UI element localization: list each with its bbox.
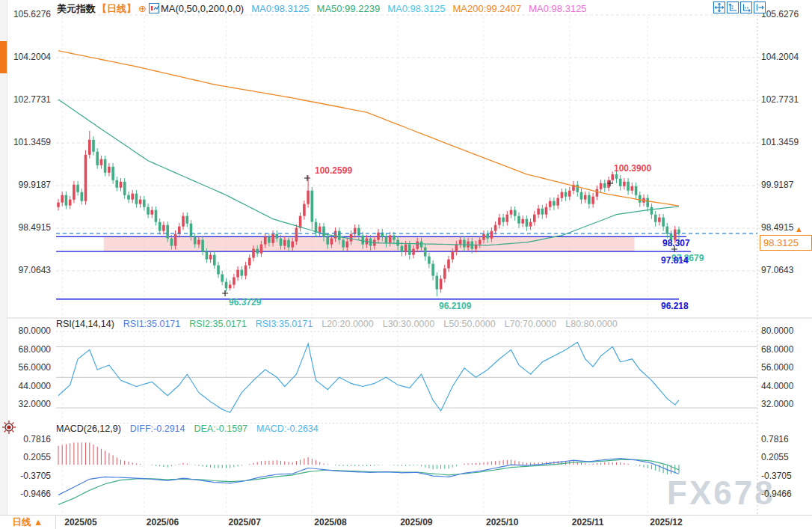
macd-header: MACD(26,12,9)DIFF:-0.2914DEA:-0.1597MACD… [56, 423, 319, 434]
ma-value-label: MA50:99.2239 [317, 3, 381, 14]
price-axis-label-right: 105.6276 [761, 9, 799, 19]
indicator-param-label: RSI1:35.0171 [123, 319, 180, 329]
date-label: 2025/07 [228, 517, 260, 528]
price-axis-label-left: 105.6276 [4, 9, 51, 19]
macd-axis-label-right: -0.9466 [761, 489, 792, 499]
timeframe-button[interactable]: 日线 ▲ [0, 516, 56, 529]
indicator-param-label: L30:30.0000 [383, 319, 435, 329]
chart-header: 美元指数【日线】⊕MA(0,50,0,200,0,0)MA0:98.3125MA… [57, 2, 587, 15]
price-axis-label-right: 104.2004 [761, 52, 799, 62]
indicator-param-label: L50:50.0000 [443, 319, 496, 329]
rsi-axis-label-left: 44.0000 [4, 381, 51, 391]
price-axis-label-right: 97.0643 [761, 265, 793, 275]
rsi-axis-label-right: 56.0000 [761, 362, 793, 373]
rsi-axis-label-right: 80.0000 [761, 325, 793, 336]
date-label: 2025/11 [572, 517, 604, 528]
rsi-axis-label-right: 68.0000 [761, 344, 793, 355]
indicator-param-label: DIFF:-0.2914 [130, 423, 185, 434]
price-annotation: 98.307 [662, 238, 690, 248]
move-icon[interactable] [713, 1, 725, 13]
price-axis-label-left: 98.4915 [4, 222, 51, 233]
price-annotation: 96.3729 [229, 297, 261, 308]
date-label: 2025/05 [64, 517, 96, 528]
rsi-axis-label-right: 32.0000 [761, 399, 793, 409]
ma-value-label: MA0:98.3125 [529, 3, 586, 14]
ma-value-label: MA200:99.2407 [452, 3, 521, 14]
price-annotation: 96.2109 [439, 301, 471, 311]
date-label: 2025/06 [147, 517, 179, 528]
macd-axis-label-left: 0.2055 [4, 452, 51, 462]
indicator-param-label: MACD(26,12,9) [56, 423, 121, 434]
ma-value-label: MA0:98.3125 [387, 3, 445, 14]
price-annotation: 100.3900 [614, 163, 651, 174]
rsi-axis-label-left: 56.0000 [4, 362, 51, 373]
price-axis-label-right: 99.9187 [761, 180, 793, 190]
add-compare-icon[interactable]: ⊕ [138, 3, 147, 14]
indicator-param-label: RSI2:35.0171 [189, 319, 246, 329]
macd-axis-label-right: 0.2055 [761, 452, 789, 462]
ma-settings-label[interactable]: MA(0,50,0,200,0,0) [161, 3, 244, 14]
price-axis-label-right: 101.3459 [761, 137, 799, 147]
rsi-axis-label-right: 44.0000 [761, 381, 793, 391]
chart-toolbar [712, 1, 766, 15]
macd-axis-label-right: 0.7816 [761, 434, 789, 444]
timeframe-label: 【日线】 [97, 3, 136, 14]
date-label: 2025/08 [314, 517, 346, 528]
rsi-axis-label-left: 80.0000 [4, 325, 51, 336]
indicator-param-label: DEA:-0.1597 [194, 423, 247, 434]
indicator-settings-icon[interactable] [1, 420, 16, 438]
ma-value-label: MA0:98.3125 [251, 3, 309, 14]
price-annotation: 96.218 [661, 301, 689, 311]
indicator-param-label: L80:80.0000 [565, 319, 618, 329]
price-axis-label-left: 99.9187 [4, 180, 51, 190]
indicator-param-label: L70:70.0000 [505, 319, 557, 329]
chart-canvas[interactable] [0, 0, 812, 529]
watermark: FX678 [667, 474, 775, 512]
macd-axis-label-right: -0.3705 [761, 471, 792, 481]
price-up-arrow-icon: ▲ [795, 224, 803, 233]
y-axis-scale-icon[interactable] [727, 1, 739, 13]
date-label: 2025/09 [400, 517, 432, 528]
price-axis-label-right: 102.7731 [761, 94, 799, 105]
indicator-param-label: L20:20.0000 [322, 319, 374, 329]
macd-axis-label-left: -0.3705 [4, 471, 51, 481]
date-label: 2025/12 [650, 517, 682, 528]
symbol-name: 美元指数 [57, 3, 96, 14]
price-axis-label-left: 97.0643 [4, 265, 51, 275]
date-label: 2025/10 [486, 517, 518, 528]
indicator-param-label: MACD:-0.2634 [256, 423, 319, 434]
trading-chart-app: 美元指数【日线】⊕MA(0,50,0,200,0,0)MA0:98.3125MA… [0, 0, 812, 529]
price-axis-label-right: 98.4915 [761, 222, 793, 233]
chart-type-icon[interactable] [149, 3, 159, 14]
price-axis-label-left: 102.7731 [4, 94, 51, 105]
indicator-param-label: RSI(14,14,14) [56, 319, 114, 329]
x-axis-scale-icon[interactable] [740, 1, 752, 13]
exit-chart-icon[interactable] [754, 1, 766, 13]
macd-axis-label-left: -0.9466 [4, 489, 51, 499]
rsi-header: RSI(14,14,14)RSI1:35.0171RSI2:35.0171RSI… [56, 319, 618, 329]
ma-values: MA0:98.3125MA50:99.2239MA0:98.3125MA200:… [244, 3, 586, 14]
rsi-axis-label-left: 32.0000 [4, 399, 51, 409]
price-axis-label-left: 104.2004 [4, 52, 51, 62]
indicator-param-label: RSI3:35.0171 [256, 319, 313, 329]
price-annotation: 100.2599 [315, 165, 352, 176]
price-annotation: 97.814 [661, 255, 689, 266]
rsi-axis-label-left: 68.0000 [4, 344, 51, 355]
current-price-pill: 98.3125 [760, 235, 812, 251]
price-axis-label-left: 101.3459 [4, 137, 51, 147]
current-price-value: 98.3125 [763, 237, 799, 248]
